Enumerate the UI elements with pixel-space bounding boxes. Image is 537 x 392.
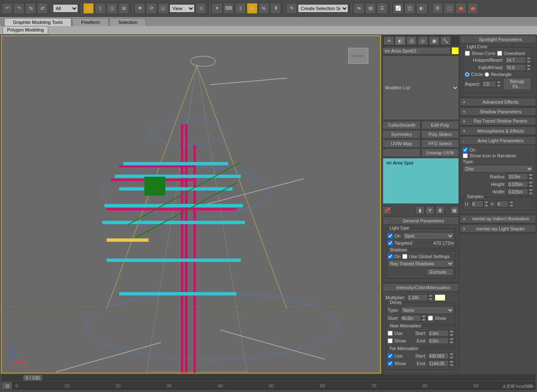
show-end-icon[interactable]: ▮ bbox=[415, 206, 425, 214]
aspect-input[interactable] bbox=[482, 81, 496, 87]
rollout-arealight-header[interactable]: -Area Light Parameters bbox=[460, 137, 536, 145]
move-icon[interactable]: ✥ bbox=[134, 3, 145, 14]
mod-ffdselect[interactable]: FFD Select bbox=[421, 139, 459, 148]
percent-snap-icon[interactable]: % bbox=[258, 3, 269, 14]
rollout-shadowparams-header[interactable]: +Shadow Parameters bbox=[460, 108, 536, 116]
window-crossing-icon[interactable]: ⊞ bbox=[118, 3, 129, 14]
rectangle-radio[interactable] bbox=[485, 72, 489, 77]
show-cone-chk[interactable] bbox=[465, 51, 470, 56]
motion-tab-icon[interactable]: ◎ bbox=[417, 36, 428, 45]
selection-filter-select[interactable]: All bbox=[53, 4, 78, 13]
decay-show-chk[interactable] bbox=[428, 316, 433, 321]
mod-symmetry[interactable]: Symmetry bbox=[383, 130, 420, 139]
u-spinner[interactable]: ▴▾ bbox=[484, 201, 489, 207]
remove-mod-icon[interactable]: 🗑 bbox=[435, 206, 445, 214]
mod-uvwmap[interactable]: UVW Map bbox=[383, 139, 420, 148]
render-frame-icon[interactable]: ▢ bbox=[444, 3, 455, 14]
far-start-input[interactable] bbox=[428, 353, 449, 359]
angle-snap-icon[interactable]: ∠ bbox=[247, 3, 258, 14]
radius-input[interactable] bbox=[507, 173, 528, 180]
rollout-atmospheres-header[interactable]: +Atmospheres & Effects bbox=[460, 127, 536, 135]
v-input[interactable] bbox=[496, 201, 509, 207]
global-settings-chk[interactable] bbox=[402, 254, 407, 259]
named-selset-icon[interactable]: ✎ bbox=[286, 3, 297, 14]
multiplier-spinner[interactable]: ▴▾ bbox=[428, 294, 433, 301]
mod-turbosmooth[interactable]: TurboSmooth bbox=[383, 121, 420, 129]
multiplier-input[interactable] bbox=[407, 294, 428, 301]
aspect-spinner[interactable]: ▴▾ bbox=[496, 81, 501, 87]
spinner-snap-icon[interactable]: ⬍ bbox=[270, 3, 281, 14]
named-selset-select[interactable]: Create Selection Se bbox=[298, 4, 348, 13]
area-height-spinner[interactable]: ▴▾ bbox=[528, 181, 533, 188]
schematic-icon[interactable]: ⿻ bbox=[404, 3, 415, 14]
near-start-spinner[interactable]: ▴▾ bbox=[449, 330, 454, 337]
light-color-swatch[interactable] bbox=[435, 294, 446, 301]
configure-icon[interactable]: ▦ bbox=[450, 206, 459, 214]
timeline[interactable]: ⊟ 01020 304050 607080 90100 bbox=[2, 382, 535, 389]
stack-item[interactable]: mr Area Spot bbox=[384, 159, 458, 167]
select-name-icon[interactable]: ▯ bbox=[95, 3, 106, 14]
redo-icon[interactable]: ↷ bbox=[13, 3, 24, 14]
align-icon[interactable]: ▤ bbox=[365, 3, 376, 14]
ribbon-tab-selection[interactable]: Selection bbox=[109, 18, 146, 26]
select-region-icon[interactable]: ◫ bbox=[107, 3, 117, 14]
hotspot-spinner[interactable]: ▴▾ bbox=[526, 57, 531, 63]
near-end-spinner[interactable]: ▴▾ bbox=[449, 337, 454, 344]
decay-start-input[interactable] bbox=[400, 315, 421, 321]
object-color-swatch[interactable] bbox=[451, 47, 459, 55]
rollout-spotlight-header[interactable]: -Spotlight Parameters bbox=[460, 36, 536, 44]
far-start-spinner[interactable]: ▴▾ bbox=[449, 353, 454, 359]
v-spinner[interactable]: ▴▾ bbox=[509, 201, 514, 207]
area-width-spinner[interactable]: ▴▾ bbox=[528, 188, 533, 195]
area-on-chk[interactable] bbox=[463, 147, 468, 152]
shadow-on-chk[interactable] bbox=[388, 254, 393, 259]
rotate-icon[interactable]: ⟳ bbox=[146, 3, 157, 14]
overshoot-chk[interactable] bbox=[497, 51, 502, 56]
radius-spinner[interactable]: ▴▾ bbox=[528, 173, 533, 180]
far-end-input[interactable] bbox=[428, 360, 449, 367]
show-icon-chk[interactable] bbox=[463, 153, 468, 158]
decay-type-select[interactable]: None bbox=[401, 306, 454, 314]
modifier-list-select[interactable]: Modifier List bbox=[383, 55, 459, 120]
undo-icon[interactable]: ↶ bbox=[2, 3, 13, 14]
pin-stack-icon[interactable]: 📌 bbox=[383, 206, 392, 214]
far-end-spinner[interactable]: ▴▾ bbox=[449, 360, 454, 367]
far-use-chk[interactable] bbox=[388, 353, 393, 358]
render-last-icon[interactable]: 🫖 bbox=[467, 3, 478, 14]
near-use-chk[interactable] bbox=[388, 331, 393, 336]
subtab-polygon[interactable]: Polygon Modeling bbox=[3, 26, 48, 34]
shadow-type-select[interactable]: Ray Traced Shadows bbox=[388, 260, 454, 267]
mod-unwrap[interactable]: Unwrap UVW bbox=[421, 149, 459, 157]
hotspot-input[interactable] bbox=[505, 57, 526, 63]
ref-coord-select[interactable]: View bbox=[169, 4, 195, 13]
unlink-icon[interactable]: ⇄ bbox=[37, 3, 48, 14]
manipulate-icon[interactable]: ✦ bbox=[211, 3, 222, 14]
light-type-select[interactable]: Spot bbox=[402, 232, 454, 240]
area-height-input[interactable] bbox=[507, 181, 528, 188]
snap-3-icon[interactable]: 3 bbox=[235, 3, 246, 14]
u-input[interactable] bbox=[471, 201, 484, 207]
layers-icon[interactable]: ☰ bbox=[377, 3, 388, 14]
near-show-chk[interactable] bbox=[388, 338, 393, 343]
curve-editor-icon[interactable]: 📈 bbox=[393, 3, 404, 14]
object-name-input[interactable] bbox=[383, 47, 451, 55]
time-slider[interactable]: 0 / 100 bbox=[2, 374, 535, 381]
decay-start-spinner[interactable]: ▴▾ bbox=[421, 315, 426, 321]
rollout-raytraceshadow-header[interactable]: +Ray Traced Shadow Params bbox=[460, 118, 536, 125]
exclude-button[interactable]: Exclude... bbox=[426, 268, 454, 276]
display-tab-icon[interactable]: ▣ bbox=[429, 36, 440, 45]
select-object-icon[interactable]: ▭ bbox=[83, 3, 94, 14]
keyboard-icon[interactable]: ⌨ bbox=[223, 3, 234, 14]
timeline-key-icon[interactable]: ⊟ bbox=[2, 382, 13, 389]
rollout-general-header[interactable]: -General Parameters bbox=[383, 217, 459, 225]
render-icon[interactable]: 🫖 bbox=[456, 3, 467, 14]
near-end-input[interactable] bbox=[428, 337, 449, 344]
render-setup-icon[interactable]: ⚙ bbox=[432, 3, 443, 14]
falloff-spinner[interactable]: ▴▾ bbox=[526, 64, 531, 71]
far-show-chk[interactable] bbox=[388, 361, 393, 366]
area-width-input[interactable] bbox=[507, 188, 528, 195]
ribbon-tab-graphite[interactable]: Graphite Modeling Tools bbox=[4, 18, 71, 26]
hierarchy-tab-icon[interactable]: 品 bbox=[406, 36, 417, 45]
unique-icon[interactable]: ∀ bbox=[425, 206, 435, 214]
circle-radio[interactable] bbox=[465, 72, 469, 77]
